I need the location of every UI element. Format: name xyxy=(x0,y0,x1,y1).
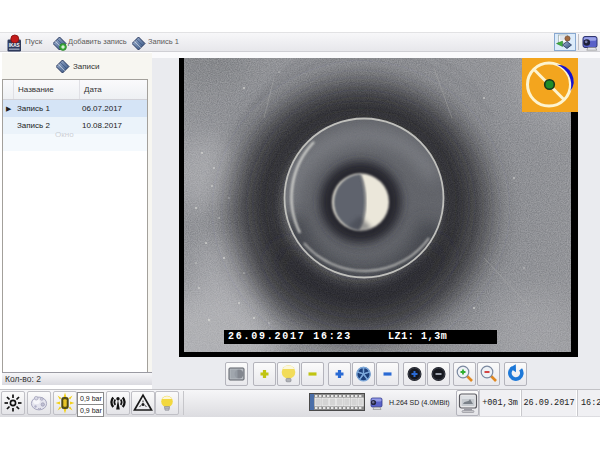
svg-text:IKAS: IKAS xyxy=(9,43,20,48)
